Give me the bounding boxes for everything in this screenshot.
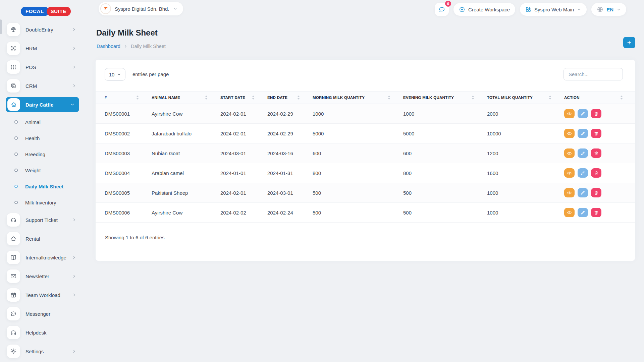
delete-button[interactable] [591, 188, 601, 197]
sidebar-subitem-health[interactable]: Health [0, 130, 84, 146]
col-header-morning-milk-quantity[interactable]: MORNING MILK QUANTITY [304, 92, 394, 104]
cell-animal: Pakistani Sheep [143, 183, 211, 203]
language-selector[interactable]: EN [591, 3, 626, 16]
sidebar-item-settings[interactable]: Settings [0, 342, 84, 361]
col-header-animal-name[interactable]: ANIMAL NAME [143, 92, 211, 104]
sidebar-item-internalknowledge[interactable]: Internalknowledge [0, 248, 84, 267]
home-icon [7, 232, 20, 245]
sidebar-item-doubleentry[interactable]: DoubleEntry [0, 20, 84, 39]
view-button[interactable] [564, 208, 575, 217]
copy-plus-icon [7, 79, 20, 93]
view-button[interactable] [564, 188, 575, 197]
sort-icon [252, 96, 255, 100]
chat-bubble-icon [7, 307, 20, 320]
col-header-end-date[interactable]: END DATE [258, 92, 304, 104]
logo-suite: SUITE [47, 7, 71, 16]
edit-button[interactable] [578, 208, 588, 217]
cell-morning: 500 [304, 183, 394, 203]
col-header-id[interactable]: # [96, 92, 143, 104]
pencil-icon [580, 210, 585, 215]
sidebar-item-label: Settings [25, 349, 44, 354]
cell-end: 2024-03-16 [258, 143, 304, 163]
sidebar-item-messenger[interactable]: Messenger [0, 304, 84, 323]
cell-end: 2024-02-29 [258, 124, 304, 143]
search-input[interactable] [564, 68, 623, 80]
envelope-icon [7, 269, 20, 283]
sidebar-item-newsletter[interactable]: Newsletter [0, 267, 84, 286]
cell-id: DMS00003 [96, 143, 143, 163]
delete-button[interactable] [591, 129, 601, 138]
sidebar-item-dairy-cattle[interactable]: Dairy Cattle [6, 97, 79, 112]
table-row: DMS00005 Pakistani Sheep 2024-02-01 2024… [96, 183, 635, 203]
sidebar-item-team-workload[interactable]: Team Workload [0, 286, 84, 304]
sidebar-item-label: Support Ticket [25, 217, 58, 223]
globe-icon [597, 6, 603, 13]
delete-button[interactable] [591, 109, 601, 118]
col-header-total-milk-quantity[interactable]: TOTAL MILK QUANTITY [478, 92, 555, 104]
table-summary: Showing 1 to 6 of 6 entries [105, 235, 165, 240]
sort-icon [620, 96, 623, 100]
sidebar-item-label: HRM [25, 46, 37, 51]
sidebar-subitem-milk-inventory[interactable]: Milk Inventory [0, 194, 84, 210]
sidebar-subitem-label: Animal [25, 119, 41, 125]
sidebar-item-label: Helpdesk [25, 330, 47, 336]
plus-circle-icon [459, 6, 465, 13]
trash-icon [594, 190, 599, 195]
delete-button[interactable] [591, 148, 601, 158]
sort-icon [297, 96, 300, 100]
sidebar-item-pos[interactable]: POS [0, 58, 84, 76]
messages-button[interactable]: 0 [435, 3, 449, 16]
plus-icon [627, 40, 632, 45]
cell-evening: 1000 [394, 104, 478, 124]
sidebar-subitem-animal[interactable]: Animal [0, 114, 84, 130]
pencil-icon [580, 171, 585, 176]
trash-icon [594, 210, 599, 215]
view-button[interactable] [564, 148, 575, 158]
cell-id: DMS00006 [96, 203, 143, 223]
edit-button[interactable] [578, 168, 588, 178]
per-page-select[interactable]: 10 [105, 68, 125, 81]
chevron-down-icon [173, 7, 177, 11]
sidebar-item-helpdesk[interactable]: Helpdesk [0, 323, 84, 342]
cell-animal: Arabian camel [143, 163, 211, 183]
bullet-icon [14, 201, 18, 204]
edit-button[interactable] [578, 129, 588, 138]
chevron-right-icon [72, 46, 76, 51]
edit-button[interactable] [578, 109, 588, 118]
sidebar-item-rental[interactable]: Rental [0, 229, 84, 248]
delete-button[interactable] [591, 208, 601, 217]
grid-dots-icon [7, 60, 20, 74]
cell-id: DMS00004 [96, 163, 143, 183]
sidebar-subitem-breeding[interactable]: Breeding [0, 146, 84, 162]
edit-button[interactable] [578, 188, 588, 197]
daily-milk-sheet-table: # ANIMAL NAME START DATE END DATE MORNIN… [96, 91, 635, 223]
edit-button[interactable] [578, 148, 588, 158]
cell-id: DMS00001 [96, 104, 143, 124]
view-button[interactable] [564, 109, 575, 118]
breadcrumb-dashboard-link[interactable]: Dashboard [97, 44, 120, 49]
sidebar-item-hrm[interactable]: HRM [0, 39, 84, 58]
eye-icon [567, 210, 572, 215]
delete-button[interactable] [591, 168, 601, 178]
create-workspace-label: Create Workspace [468, 7, 510, 12]
trash-icon [594, 111, 599, 116]
col-header-evening-milk-quantity[interactable]: EVENING MILK QUANTITY [394, 92, 478, 104]
focal-suite-logo[interactable]: FOCAL SUITE [21, 7, 71, 16]
sidebar-subitem-daily-milk-sheet[interactable]: Daily Milk Sheet [0, 178, 84, 194]
app-menu-button[interactable]: Syspro Web Main [520, 3, 587, 16]
sidebar-item-crm[interactable]: CRM [0, 76, 84, 95]
create-workspace-button[interactable]: Create Workspace [453, 3, 515, 16]
cell-morning: 800 [304, 163, 394, 183]
workspace-selector[interactable]: Syspro Digital Sdn. Bhd. [99, 2, 183, 15]
view-button[interactable] [564, 168, 575, 178]
sidebar-item-support-ticket[interactable]: Support Ticket [0, 210, 84, 229]
sort-icon [549, 96, 551, 100]
col-header-action[interactable]: ACTION [555, 92, 635, 104]
sidebar-menu: DoubleEntry HRM POS [0, 20, 84, 361]
view-button[interactable] [564, 129, 575, 138]
eye-icon [567, 131, 572, 136]
add-record-button[interactable] [623, 37, 635, 48]
pencil-icon [580, 111, 585, 116]
col-header-start-date[interactable]: START DATE [211, 92, 258, 104]
sidebar-subitem-weight[interactable]: Weight [0, 162, 84, 178]
